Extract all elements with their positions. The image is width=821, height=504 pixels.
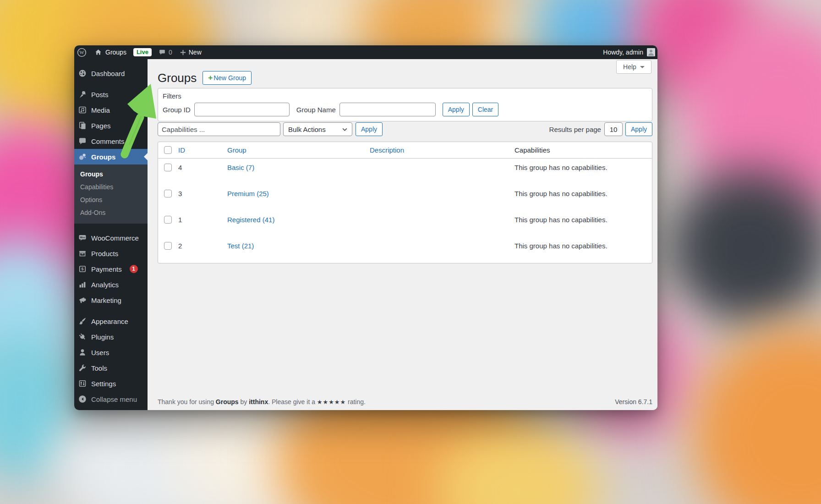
wordpress-logo-icon[interactable]: W <box>77 48 87 57</box>
svg-text:$: $ <box>81 266 84 271</box>
new-label: New <box>189 49 202 56</box>
woocommerce-icon: Woo <box>78 234 87 242</box>
column-header-description[interactable]: Description <box>370 146 514 154</box>
admin-bar: W Groups Live 0 New Howdy, admin <box>74 45 657 59</box>
sidebar-item-marketing[interactable]: Marketing <box>74 292 148 308</box>
sidebar-label: Tools <box>91 364 107 372</box>
comments-shortcut[interactable]: 0 <box>159 49 172 56</box>
group-name-label: Group Name <box>296 106 336 114</box>
help-button[interactable]: Help <box>616 60 651 74</box>
plus-icon: + <box>208 75 213 81</box>
products-icon <box>78 249 87 257</box>
sidebar-item-posts[interactable]: Posts <box>74 87 148 102</box>
chevron-down-icon <box>342 128 347 131</box>
user-icon <box>78 348 87 356</box>
results-apply-button[interactable]: Apply <box>625 122 652 136</box>
sidebar-item-products[interactable]: Products <box>74 246 148 261</box>
wrench-icon <box>78 364 87 372</box>
sidebar-item-settings[interactable]: Settings <box>74 376 148 391</box>
table-row: 1 Registered (41) This group has no capa… <box>158 211 652 237</box>
submenu-item-options[interactable]: Options <box>74 193 148 206</box>
cell-id: 2 <box>178 242 227 250</box>
sidebar-item-dashboard[interactable]: Dashboard <box>74 66 148 81</box>
footer-author-link[interactable]: itthinx <box>249 398 268 405</box>
sidebar-item-media[interactable]: Media <box>74 102 148 118</box>
pushpin-icon <box>78 90 87 99</box>
sidebar-label: Products <box>91 250 118 257</box>
row-checkbox[interactable] <box>164 164 172 171</box>
row-checkbox[interactable] <box>164 242 172 250</box>
filters-apply-button[interactable]: Apply <box>443 103 470 116</box>
capabilities-filter-input[interactable] <box>158 122 280 136</box>
sidebar-item-payments[interactable]: $ Payments 1 <box>74 261 148 277</box>
footer-plugin-name: Groups <box>216 398 239 405</box>
group-name-input[interactable] <box>339 103 436 116</box>
chevron-down-icon <box>640 66 645 71</box>
results-per-page-input[interactable] <box>604 122 623 136</box>
site-name: Groups <box>105 49 126 56</box>
select-all-checkbox[interactable] <box>164 146 172 154</box>
rating-stars-icon[interactable]: ★★★★★ <box>317 399 346 405</box>
bar-chart-icon <box>78 280 87 289</box>
sidebar-item-comments[interactable]: Comments <box>74 133 148 149</box>
group-link[interactable]: Basic (7) <box>227 164 370 171</box>
home-icon <box>94 49 102 56</box>
column-header-id[interactable]: ID <box>178 146 227 154</box>
sidebar-item-pages[interactable]: Pages <box>74 118 148 133</box>
cell-capabilities: This group has no capabilities. <box>514 242 652 250</box>
sidebar-item-groups[interactable]: Groups <box>74 149 148 164</box>
footer-text: Thank you for using <box>158 398 216 405</box>
new-content-menu[interactable]: New <box>180 49 202 56</box>
bulk-actions-label: Bulk Actions <box>288 126 326 133</box>
group-link[interactable]: Test (21) <box>227 242 370 250</box>
sidebar-item-woocommerce[interactable]: Woo WooCommerce <box>74 230 148 246</box>
sidebar-item-analytics[interactable]: Analytics <box>74 277 148 292</box>
pages-icon <box>78 121 87 130</box>
group-link[interactable]: Premium (25) <box>227 190 370 197</box>
table-row: 2 Test (21) This group has no capabiliti… <box>158 237 652 263</box>
column-header-capabilities: Capabilities <box>514 146 652 154</box>
main-content: Help Groups + New Group Filters Group ID… <box>148 59 657 410</box>
sidebar-label: Settings <box>91 380 116 388</box>
bulk-actions-select[interactable]: Bulk Actions <box>283 122 352 136</box>
groups-table: ID Group Description Capabilities 4 Basi… <box>158 142 652 263</box>
media-icon <box>78 106 87 114</box>
payments-count-badge: 1 <box>130 265 138 273</box>
site-menu[interactable]: Groups Live <box>94 48 152 56</box>
bulk-apply-button[interactable]: Apply <box>356 122 383 136</box>
footer-text: . Please give it a <box>268 398 317 405</box>
filters-legend: Filters <box>163 92 647 100</box>
collapse-menu-button[interactable]: Collapse menu <box>74 391 148 407</box>
row-checkbox[interactable] <box>164 216 172 224</box>
collapse-arrow-icon <box>78 395 87 403</box>
group-link[interactable]: Registered (41) <box>227 216 370 224</box>
filters-panel: Filters Group ID Group Name Apply Clear <box>158 88 652 121</box>
account-menu[interactable]: Howdy, admin <box>603 48 655 56</box>
sidebar-item-users[interactable]: Users <box>74 345 148 360</box>
sidebar-label: Users <box>91 349 109 356</box>
sidebar-label: Marketing <box>91 296 121 304</box>
submenu-item-groups[interactable]: Groups <box>74 168 148 181</box>
wordpress-admin-window: W Groups Live 0 New Howdy, admin Dashbo <box>74 45 657 410</box>
column-header-group[interactable]: Group <box>227 146 370 154</box>
cell-id: 3 <box>178 190 227 197</box>
sidebar-item-appearance[interactable]: Appearance <box>74 313 148 329</box>
svg-text:Woo: Woo <box>80 236 85 239</box>
plus-icon <box>180 49 186 56</box>
admin-footer: Thank you for using Groups by itthinx. P… <box>158 398 652 405</box>
table-header-row: ID Group Description Capabilities <box>158 142 652 159</box>
submenu-item-capabilities[interactable]: Capabilities <box>74 181 148 193</box>
group-id-input[interactable] <box>194 103 290 116</box>
filters-clear-button[interactable]: Clear <box>472 103 498 116</box>
new-group-button[interactable]: + New Group <box>203 71 252 85</box>
paintbrush-icon <box>78 317 87 325</box>
submenu-item-addons[interactable]: Add-Ons <box>74 206 148 219</box>
live-badge: Live <box>133 48 152 56</box>
cell-capabilities: This group has no capabilities. <box>514 164 652 171</box>
sidebar-label: Groups <box>91 153 115 161</box>
current-menu-arrow <box>140 153 148 160</box>
sidebar-item-tools[interactable]: Tools <box>74 360 148 376</box>
sidebar-item-plugins[interactable]: Plugins <box>74 329 148 345</box>
row-checkbox[interactable] <box>164 190 172 197</box>
sidebar-label: Appearance <box>91 318 128 325</box>
